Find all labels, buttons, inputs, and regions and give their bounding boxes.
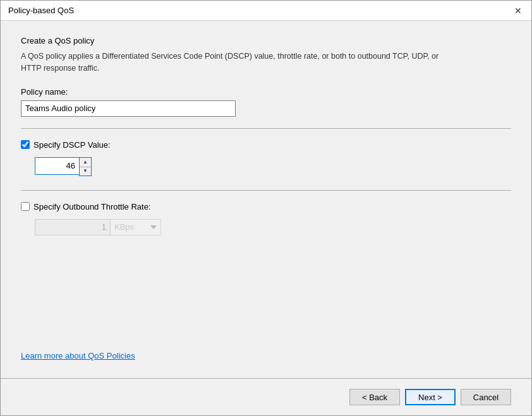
cancel-button[interactable]: Cancel: [461, 389, 511, 405]
close-button[interactable]: ✕: [510, 3, 526, 19]
back-button[interactable]: < Back: [349, 389, 400, 405]
throttle-checkbox-row: Specify Outbound Throttle Rate:: [21, 202, 511, 211]
policy-qos-dialog: Policy-based QoS ✕ Create a QoS policy A…: [0, 0, 532, 416]
throttle-input-row: KBps MBps GBps: [35, 219, 511, 235]
description-text: A QoS policy applies a Differentiated Se…: [21, 51, 450, 74]
dscp-increment-button[interactable]: ▲: [80, 158, 91, 167]
button-bar: < Back Next > Cancel: [1, 379, 531, 415]
learn-more-link[interactable]: Learn more about QoS Policies: [21, 343, 511, 360]
section-title: Create a QoS policy: [21, 36, 511, 45]
dialog-title: Policy-based QoS: [8, 6, 74, 15]
policy-name-label: Policy name:: [21, 87, 511, 97]
dscp-checkbox-row: Specify DSCP Value:: [21, 140, 511, 150]
next-button[interactable]: Next >: [405, 389, 456, 405]
dscp-spinner-group: ▲ ▼: [35, 157, 511, 176]
throttle-unit-select[interactable]: KBps MBps GBps: [111, 219, 161, 235]
dscp-decrement-button[interactable]: ▼: [80, 167, 91, 175]
dscp-checkbox[interactable]: [21, 140, 30, 149]
divider-2: [21, 190, 511, 191]
policy-name-input[interactable]: [21, 100, 236, 117]
throttle-checkbox[interactable]: [21, 202, 30, 211]
throttle-value-input[interactable]: [35, 219, 111, 235]
dialog-content: Create a QoS policy A QoS policy applies…: [1, 21, 531, 371]
dscp-label[interactable]: Specify DSCP Value:: [33, 140, 111, 150]
divider-1: [21, 128, 511, 129]
dscp-spinner-buttons: ▲ ▼: [79, 157, 92, 176]
throttle-label[interactable]: Specify Outbound Throttle Rate:: [33, 202, 150, 211]
title-bar: Policy-based QoS ✕: [1, 1, 531, 21]
dscp-value-input[interactable]: [35, 157, 79, 175]
